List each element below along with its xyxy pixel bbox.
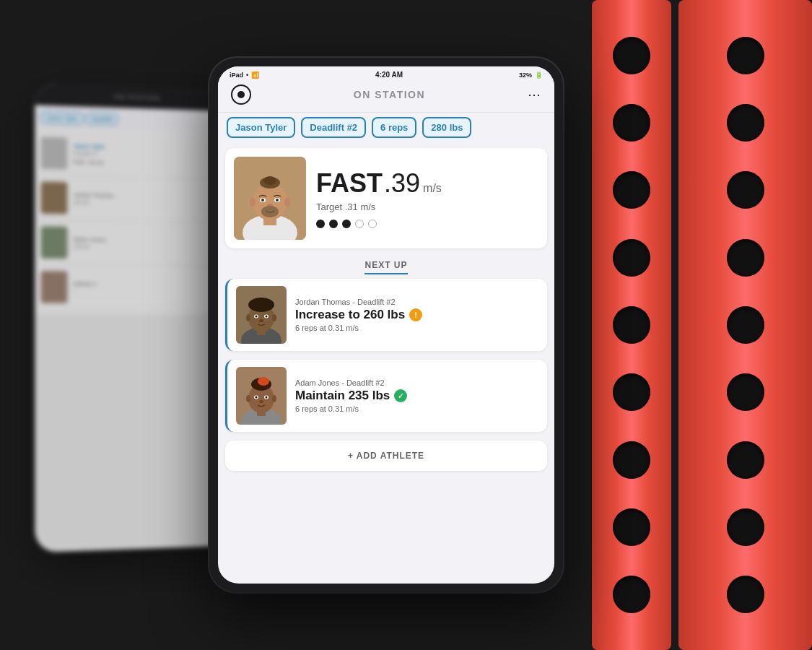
svg-point-5	[263, 176, 276, 185]
dot-2	[329, 220, 338, 228]
next-athlete-card-adam[interactable]: Adam Jones - Deadlift #2 Maintain 235 lb…	[225, 360, 547, 432]
svg-point-10	[261, 199, 264, 202]
adam-action-text: Maintain 235 lbs	[295, 389, 390, 403]
exercise-tag[interactable]: Deadlift #2	[301, 117, 366, 138]
svg-point-7	[284, 198, 290, 207]
wifi-icon: •	[246, 72, 248, 79]
svg-point-31	[258, 377, 269, 386]
velocity-value: .39	[384, 168, 420, 199]
rack-hole	[613, 171, 650, 209]
rack-hole	[613, 373, 650, 411]
tablet-screen: iPad • 📶 4:20 AM 32% 🔋 ON STATION ⋯ Jaso…	[218, 66, 554, 584]
rack-hole	[727, 441, 764, 479]
rack-hole	[613, 441, 650, 479]
jordan-info: Jordan Thomas - Deadlift #2 Increase to …	[295, 298, 538, 332]
add-athlete-section[interactable]: + ADD ATHLETE	[225, 441, 547, 471]
battery-label: 32%	[519, 72, 532, 79]
svg-point-37	[266, 396, 268, 399]
svg-point-6	[250, 198, 256, 207]
svg-point-25	[259, 319, 263, 322]
current-athlete-photo	[234, 157, 306, 240]
status-right: 32% 🔋	[519, 72, 543, 79]
svg-point-23	[256, 316, 258, 318]
adam-detail: 6 reps at 0.31 m/s	[295, 404, 538, 413]
dot-1	[316, 220, 325, 228]
svg-point-11	[276, 199, 279, 202]
adam-action: Maintain 235 lbs ✓	[295, 389, 538, 403]
next-athlete-card-jordan[interactable]: Jordan Thomas - Deadlift #2 Increase to …	[225, 279, 547, 351]
rack-hole	[613, 576, 650, 613]
rack-hole	[727, 239, 764, 277]
rack-hole	[727, 171, 764, 209]
velocity-unit: m/s	[423, 182, 442, 195]
svg-point-19	[246, 314, 250, 321]
rack-hole	[727, 508, 764, 546]
athlete-name-tag[interactable]: Jason Tyler	[227, 117, 295, 138]
adam-info: Adam Jones - Deadlift #2 Maintain 235 lb…	[295, 378, 538, 413]
jordan-action: Increase to 260 lbs !	[295, 308, 538, 322]
athlete-info-bar: Jason Tyler Deadlift #2 6 reps 280 lbs	[218, 113, 554, 142]
target-velocity: Target .31 m/s	[316, 202, 538, 212]
wifi-label: 📶	[251, 72, 259, 79]
svg-point-32	[246, 395, 250, 402]
jordan-detail: 6 reps at 0.31 m/s	[295, 324, 538, 332]
rack-hole	[727, 373, 764, 411]
svg-point-24	[266, 316, 268, 318]
warning-badge: !	[409, 308, 422, 321]
rack-hole	[727, 306, 764, 344]
velocity-info: FAST .39 m/s Target .31 m/s	[316, 168, 538, 228]
device-label: iPad	[230, 72, 243, 79]
rack-bar-right	[678, 0, 812, 650]
velocity-display: FAST .39 m/s	[316, 168, 538, 199]
jordan-photo	[236, 286, 287, 344]
rack-hole	[613, 37, 650, 74]
rack-hole	[727, 37, 764, 74]
battery-icon: 🔋	[535, 72, 543, 79]
success-badge: ✓	[394, 389, 407, 402]
app-logo	[231, 84, 251, 105]
time-display: 4:20 AM	[375, 71, 403, 79]
rack-hole	[727, 104, 764, 142]
dot-5	[368, 220, 377, 228]
svg-point-33	[272, 395, 276, 402]
progress-dots	[316, 220, 538, 228]
rack-hole	[727, 576, 764, 613]
add-athlete-button[interactable]: + ADD ATHLETE	[235, 451, 537, 461]
rack-hole	[613, 306, 650, 344]
next-up-header: NEXT UP	[218, 254, 554, 274]
rack-bar-left	[592, 0, 671, 650]
rack-hole	[613, 239, 650, 277]
background-tablet: ON STATION Jason Tyler Deadlift Jason Ty…	[35, 83, 236, 552]
app-title: ON STATION	[354, 89, 425, 100]
current-athlete-card: FAST .39 m/s Target .31 m/s	[225, 148, 547, 248]
status-bar: iPad • 📶 4:20 AM 32% 🔋	[218, 66, 554, 80]
svg-point-18	[248, 298, 274, 312]
dot-4	[355, 220, 364, 228]
velocity-label: FAST	[316, 170, 383, 196]
svg-point-36	[256, 396, 258, 399]
adam-name: Adam Jones - Deadlift #2	[295, 378, 538, 387]
app-logo-inner	[237, 91, 245, 98]
app-header: ON STATION ⋯	[218, 80, 554, 113]
status-left: iPad • 📶	[230, 72, 259, 79]
svg-point-20	[272, 314, 276, 321]
adam-photo	[236, 367, 287, 425]
main-tablet: iPad • 📶 4:20 AM 32% 🔋 ON STATION ⋯ Jaso…	[209, 58, 563, 592]
reps-tag[interactable]: 6 reps	[372, 117, 416, 138]
weight-tag[interactable]: 280 lbs	[422, 117, 471, 138]
rack-hole	[613, 508, 650, 546]
svg-point-38	[259, 400, 263, 403]
rack-hole	[613, 104, 650, 142]
svg-point-13	[261, 206, 279, 217]
jordan-name: Jordan Thomas - Deadlift #2	[295, 298, 538, 306]
jordan-action-text: Increase to 260 lbs	[295, 308, 405, 322]
dot-3	[342, 220, 351, 228]
app-menu-button[interactable]: ⋯	[528, 87, 541, 103]
